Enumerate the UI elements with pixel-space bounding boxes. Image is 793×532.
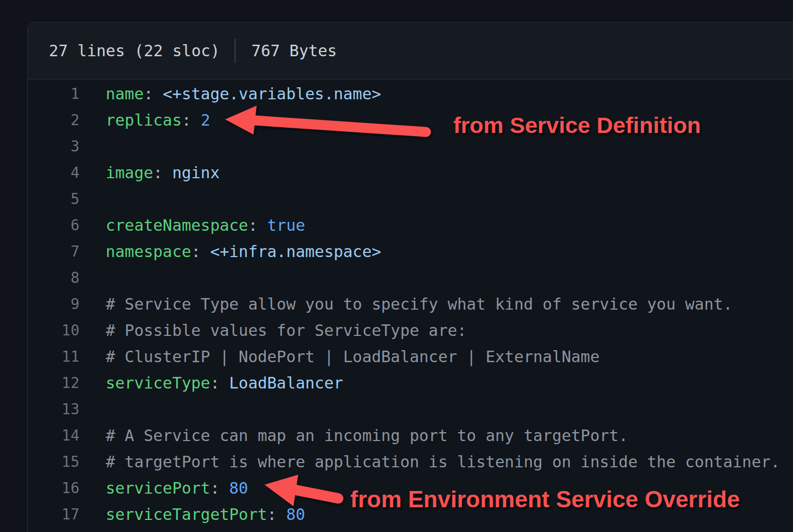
token-str: <+infra.namespace> bbox=[210, 242, 381, 261]
token-punct: : bbox=[210, 479, 229, 497]
line-number[interactable]: 14 bbox=[28, 427, 79, 444]
token-punct: : bbox=[210, 374, 229, 392]
code-line: 10# Possible values for ServiceType are: bbox=[28, 317, 793, 343]
code-text: # Possible values for ServiceType are: bbox=[79, 321, 466, 340]
line-number[interactable]: 2 bbox=[28, 111, 79, 129]
code-text: replicas: 2 bbox=[79, 111, 210, 129]
code-line: 6createNamespace: true bbox=[28, 212, 793, 238]
annotation-label-service-definition: from Service Definition bbox=[453, 112, 701, 138]
code-text: createNamespace: true bbox=[79, 216, 305, 234]
code-text: # ClusterIP | NodePort | LoadBalancer | … bbox=[79, 347, 599, 366]
line-number[interactable]: 10 bbox=[28, 322, 79, 339]
line-number[interactable]: 17 bbox=[28, 506, 79, 523]
code-line: 8 bbox=[28, 264, 793, 291]
line-number[interactable]: 15 bbox=[28, 453, 79, 470]
line-number[interactable]: 8 bbox=[28, 269, 79, 287]
token-key: replicas bbox=[106, 111, 182, 129]
token-key: serviceType bbox=[106, 374, 210, 392]
token-str: <+stage.variables.name> bbox=[162, 85, 381, 103]
code-text: # Service Type allow you to specify what… bbox=[79, 295, 733, 313]
code-text: namespace: <+infra.namespace> bbox=[79, 242, 381, 261]
code-line: 12serviceType: LoadBalancer bbox=[28, 370, 793, 396]
token-num: 2 bbox=[201, 111, 210, 129]
code-text: image: nginx bbox=[79, 163, 220, 182]
line-number[interactable]: 11 bbox=[28, 348, 79, 365]
token-punct: : bbox=[248, 216, 267, 234]
token-comment: # Possible values for ServiceType are: bbox=[106, 321, 466, 340]
token-punct: : bbox=[182, 111, 201, 129]
token-punct: : bbox=[144, 85, 162, 103]
line-number[interactable]: 13 bbox=[28, 401, 79, 418]
token-punct: : bbox=[191, 242, 210, 261]
file-lines-info: 27 lines (22 sloc) bbox=[49, 42, 220, 60]
line-number[interactable]: 6 bbox=[28, 217, 79, 234]
token-key: namespace bbox=[106, 242, 191, 261]
annotation-arrow-environment-override bbox=[257, 469, 349, 511]
token-key: image bbox=[106, 163, 153, 182]
header-divider bbox=[235, 39, 236, 63]
code-line: 14# A Service can map an incoming port t… bbox=[28, 422, 793, 448]
token-key: serviceTargetPort bbox=[106, 505, 267, 524]
token-comment: # ClusterIP | NodePort | LoadBalancer | … bbox=[106, 347, 599, 366]
code-line: 4image: nginx bbox=[28, 159, 793, 186]
annotation-arrow-service-definition bbox=[220, 101, 436, 142]
code-line: 13 bbox=[28, 396, 793, 422]
token-comment: # A Service can map an incoming port to … bbox=[106, 426, 628, 445]
line-number[interactable]: 7 bbox=[28, 243, 79, 260]
code-line: 11# ClusterIP | NodePort | LoadBalancer … bbox=[28, 343, 793, 370]
token-num: 80 bbox=[229, 479, 248, 497]
line-number[interactable]: 9 bbox=[28, 295, 79, 313]
token-comment: # targetPort is where application is lis… bbox=[106, 453, 780, 471]
token-comment: # Service Type allow you to specify what… bbox=[106, 295, 733, 313]
token-key: createNamespace bbox=[106, 216, 248, 234]
code-area: 1name: <+stage.variables.name>2replicas:… bbox=[28, 79, 793, 527]
line-number[interactable]: 16 bbox=[28, 479, 79, 497]
code-text: # targetPort is where application is lis… bbox=[79, 453, 780, 471]
line-number[interactable]: 1 bbox=[28, 85, 79, 103]
token-key: servicePort bbox=[106, 479, 210, 497]
token-bool: true bbox=[267, 216, 305, 234]
line-number[interactable]: 4 bbox=[28, 164, 79, 181]
annotation-label-environment-override: from Environment Service Override bbox=[350, 486, 740, 513]
line-number[interactable]: 3 bbox=[28, 138, 79, 155]
code-text: name: <+stage.variables.name> bbox=[79, 85, 381, 103]
code-line: 7namespace: <+infra.namespace> bbox=[28, 238, 793, 264]
code-line: 9# Service Type allow you to specify wha… bbox=[28, 291, 793, 317]
token-key: name bbox=[106, 85, 144, 103]
code-text: servicePort: 80 bbox=[79, 479, 248, 497]
line-number[interactable]: 5 bbox=[28, 190, 79, 208]
token-str: nginx bbox=[172, 163, 219, 182]
file-viewer-panel: 27 lines (22 sloc) 767 Bytes 1name: <+st… bbox=[27, 22, 793, 532]
token-punct: : bbox=[153, 163, 172, 182]
code-text: serviceType: LoadBalancer bbox=[79, 374, 343, 392]
file-header-bar: 27 lines (22 sloc) 767 Bytes bbox=[28, 23, 793, 79]
token-str: LoadBalancer bbox=[229, 374, 343, 392]
code-line: 15# targetPort is where application is l… bbox=[28, 448, 793, 475]
code-line: 5 bbox=[28, 186, 793, 212]
file-size-info: 767 Bytes bbox=[251, 42, 337, 60]
code-text: # A Service can map an incoming port to … bbox=[79, 426, 628, 445]
line-number[interactable]: 12 bbox=[28, 374, 79, 392]
